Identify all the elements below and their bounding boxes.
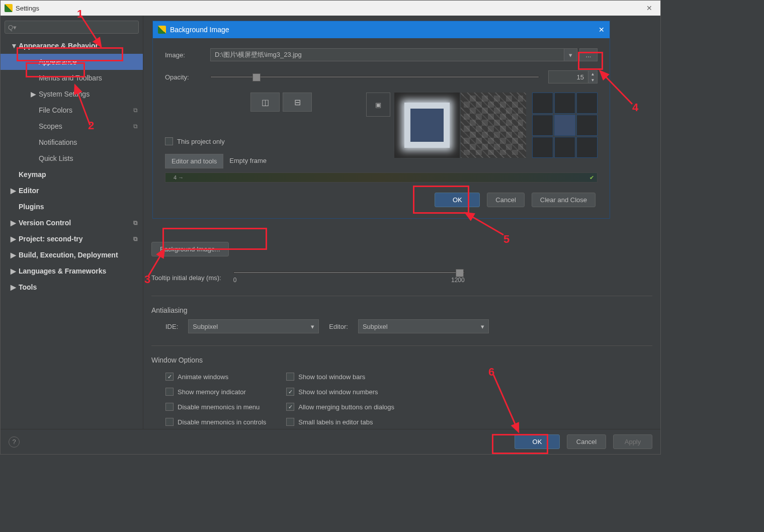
tree-item[interactable]: Keymap: [1, 166, 143, 183]
this-project-only-checkbox[interactable]: This project only: [165, 134, 331, 149]
app-icon: [158, 26, 166, 34]
tree-item-label: Appearance: [39, 58, 77, 66]
tooltip-delay-slider[interactable]: [233, 272, 465, 274]
opacity-slider[interactable]: [210, 76, 539, 78]
checkbox-box: [286, 373, 294, 381]
tree-item[interactable]: Scopes⧉: [1, 118, 143, 134]
copy-icon: ⧉: [133, 235, 138, 242]
background-image-button[interactable]: Background Image...: [151, 242, 229, 256]
checkbox[interactable]: Animate windows: [165, 369, 266, 384]
fill-mode-tile[interactable]: [461, 93, 526, 158]
expand-icon: ▶: [11, 267, 17, 275]
checkbox[interactable]: Show tool window numbers: [286, 384, 394, 399]
dialog-cancel-button[interactable]: Cancel: [487, 193, 524, 207]
tree-item[interactable]: ▶Tools: [1, 279, 143, 295]
cancel-button[interactable]: Cancel: [567, 434, 606, 449]
background-image-dialog: Background Image ✕ Image: D:\图片\横屏壁纸\img…: [152, 21, 610, 219]
expand-icon: ▶: [11, 187, 17, 195]
tree-item-label: File Colors: [39, 106, 72, 114]
spin-down-icon[interactable]: ▼: [588, 77, 597, 83]
image-path-dropdown[interactable]: ▾: [564, 48, 577, 61]
tree-item-label: Project: second-try: [19, 235, 83, 243]
flip-vertical-button[interactable]: ⊟: [283, 93, 312, 112]
apply-button[interactable]: Apply: [613, 434, 652, 449]
expand-icon: ▶: [11, 251, 17, 259]
tree-item-label: Keymap: [19, 170, 46, 179]
copy-icon: ⧉: [133, 107, 138, 114]
tooltip-delay-label: Tooltip initial delay (ms):: [151, 274, 221, 282]
dialog-titlebar: Background Image ✕: [153, 21, 610, 38]
dialog-close-icon[interactable]: ✕: [599, 26, 605, 34]
window-options-right: Show tool window barsShow tool window nu…: [286, 369, 394, 429]
checkbox[interactable]: Disable mnemonics in menu: [165, 399, 266, 414]
checkbox-box: [286, 403, 294, 411]
tree-item[interactable]: ▶Editor: [1, 183, 143, 199]
anchor-grid[interactable]: [532, 93, 598, 168]
spin-up-icon[interactable]: ▲: [588, 71, 597, 77]
copy-icon: ⧉: [133, 219, 138, 226]
checkbox-box: [165, 403, 174, 411]
search-icon: Q▾: [8, 24, 17, 31]
checkbox[interactable]: Allow merging buttons on dialogs: [286, 399, 394, 414]
tree-item-label: Languages & Frameworks: [19, 267, 106, 275]
image-path-input[interactable]: D:\图片\横屏壁纸\img3_23.jpg: [210, 48, 564, 61]
tree-item[interactable]: Plugins: [1, 199, 143, 215]
help-icon[interactable]: ?: [9, 436, 20, 448]
tree-item[interactable]: Notifications: [1, 134, 143, 150]
checkbox[interactable]: Disable mnemonics in controls: [165, 414, 266, 429]
editor-label: Editor:: [329, 323, 348, 330]
checkbox-label: Show tool window bars: [298, 373, 365, 381]
tree-item[interactable]: ▼Appearance & Behavior: [1, 38, 143, 54]
editor-aa-select[interactable]: Subpixel▾: [358, 319, 489, 333]
opacity-value[interactable]: 15: [548, 70, 588, 83]
tab-editor-and-tools[interactable]: Editor and tools: [165, 154, 223, 168]
checkbox-box: [165, 418, 174, 426]
tree-item[interactable]: ▶Build, Execution, Deployment: [1, 247, 143, 263]
tree-item[interactable]: Appearance: [1, 54, 143, 70]
tree-item[interactable]: Quick Lists: [1, 150, 143, 166]
slider-min: 0: [233, 277, 237, 284]
dialog-clear-button[interactable]: Clear and Close: [532, 193, 596, 207]
expand-icon: ▶: [11, 219, 17, 227]
chevron-down-icon: ▾: [311, 323, 314, 330]
ide-label: IDE:: [165, 323, 178, 330]
checkbox-box: [286, 388, 294, 396]
expand-icon: ▶: [11, 235, 17, 243]
anchor-center[interactable]: [554, 115, 575, 136]
chevron-down-icon: ▾: [481, 323, 484, 330]
checkbox-box: [165, 373, 174, 381]
checkbox[interactable]: Show tool window bars: [286, 369, 394, 384]
fill-mode-scale[interactable]: [394, 93, 460, 158]
dialog-title: Background Image: [170, 26, 229, 34]
window-options-left: Animate windowsShow memory indicatorDisa…: [165, 369, 266, 429]
ok-button[interactable]: OK: [515, 434, 560, 449]
tab-empty-frame[interactable]: Empty frame: [223, 154, 273, 168]
tree-item-label: Appearance & Behavior: [19, 42, 98, 50]
check-icon: ✔: [589, 174, 594, 181]
checkbox[interactable]: Show memory indicator: [165, 384, 266, 399]
tree-item[interactable]: ▶System Settings: [1, 86, 143, 102]
fill-mode-center[interactable]: ▣: [366, 93, 390, 117]
browse-button[interactable]: ...: [579, 48, 598, 61]
expand-icon: ▶: [11, 283, 17, 291]
tree-item[interactable]: ▶Languages & Frameworks: [1, 263, 143, 279]
ide-aa-select[interactable]: Subpixel▾: [188, 319, 319, 333]
flip-horizontal-button[interactable]: ◫: [250, 93, 280, 112]
slider-max: 1200: [451, 277, 465, 284]
tree-item-label: System Settings: [39, 90, 90, 98]
checkbox[interactable]: Small labels in editor tabs: [286, 414, 394, 429]
settings-window: Settings ✕ Q▾ ▼Appearance & BehaviorAppe…: [0, 0, 661, 455]
tree-item-label: Build, Execution, Deployment: [19, 251, 118, 259]
window-close-icon[interactable]: ✕: [642, 4, 656, 12]
dialog-footer: ? OK Cancel Apply: [1, 429, 660, 454]
app-icon: [5, 4, 13, 12]
dialog-ok-button[interactable]: OK: [435, 193, 480, 207]
tree-item[interactable]: ▶Project: second-try⧉: [1, 231, 143, 247]
tree-item[interactable]: Menus and Toolbars: [1, 70, 143, 86]
tree-item[interactable]: File Colors⧉: [1, 102, 143, 118]
checkbox-box: [165, 388, 174, 396]
search-input[interactable]: Q▾: [5, 21, 139, 34]
tree-item[interactable]: ▶Version Control⧉: [1, 215, 143, 231]
checkbox-label: Show tool window numbers: [298, 388, 378, 396]
tree-item-label: Editor: [19, 187, 39, 195]
